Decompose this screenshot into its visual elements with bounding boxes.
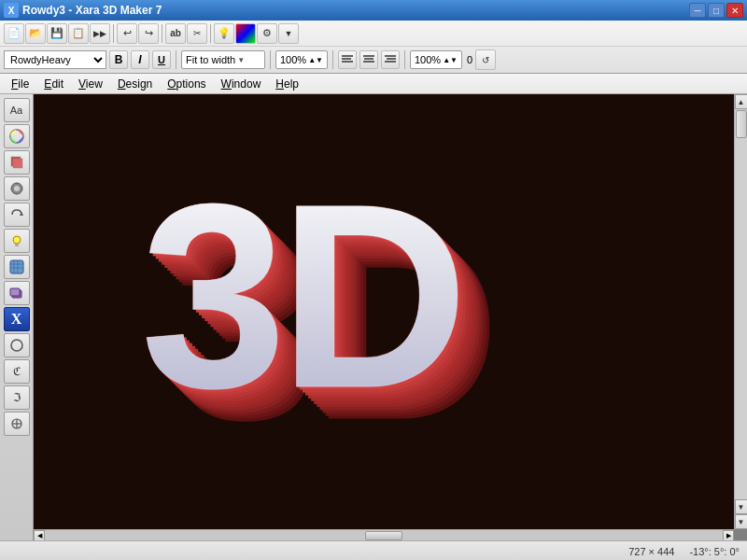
open-button[interactable]: 📂 [25,23,46,44]
minimize-button[interactable]: ─ [689,3,706,18]
save-button[interactable]: 💾 [47,23,67,44]
svg-rect-11 [13,159,22,168]
title-bar: X Rowdy3 - Xara 3D Maker 7 ─ □ ✕ [0,0,747,21]
tool-9[interactable] [4,333,30,357]
svg-point-24 [11,340,22,351]
zoom-box[interactable]: 100% ▲▼ [275,50,328,69]
sep4 [176,50,176,69]
scroll-up-button[interactable]: ▲ [735,94,748,109]
tool-11[interactable]: ℑ [4,385,30,410]
svg-rect-23 [10,288,20,296]
status-bar: 727 × 444 -13°: 5°: 0° [0,540,747,560]
new-button[interactable]: 📄 [4,23,24,44]
underline-button[interactable]: U [152,50,171,69]
svg-rect-16 [15,244,19,246]
tool-10[interactable]: ℭ [4,359,30,384]
toolbar2: RowdyHeavy B I U Fit to width ▼ 100% ▲▼ … [0,47,747,73]
color-tool[interactable] [4,124,30,148]
canvas: 3D 3D 3D 3D 3D 3D 3D 3D 3D 3D 3D 3D 3D [34,94,734,529]
main-content: Aa [0,94,747,540]
fit-label: Fit to width [186,54,235,65]
zoom-value2: 100% [415,54,441,65]
scroll-right-button[interactable]: ▶ [723,530,734,541]
menu-file[interactable]: File [4,76,36,92]
rotate-tool[interactable] [4,203,30,227]
title-controls: ─ □ ✕ [689,3,743,18]
svg-point-15 [13,236,21,244]
svg-marker-14 [20,212,23,216]
title-bar-left: X Rowdy3 - Xara 3D Maker 7 [4,3,162,18]
bevel-tool[interactable] [4,176,30,201]
svg-text:3D: 3D [141,148,461,442]
xara-tool[interactable]: X [4,307,30,331]
menu-window[interactable]: Window [214,76,269,92]
title-text: Rowdy3 - Xara 3D Maker 7 [22,4,162,17]
close-button[interactable]: ✕ [726,3,743,18]
fit-dropdown-arrow: ▼ [237,56,245,64]
sep5 [270,50,271,69]
menu-options[interactable]: Options [160,76,213,92]
dimensions-text: 727 × 444 [628,546,674,557]
h-scroll-track[interactable] [45,530,723,541]
color-button[interactable] [235,23,256,44]
tool-12[interactable] [4,412,30,436]
light-button[interactable]: 💡 [214,23,234,44]
scroll-track[interactable] [735,109,748,499]
scroll-left-button[interactable]: ◀ [34,530,45,541]
menubar: File Edit View Design Options Window Hel… [0,74,747,94]
italic-button[interactable]: I [131,50,149,69]
tool2-button[interactable]: ✂ [187,23,207,44]
sep6 [332,50,333,69]
shadow-tool[interactable] [4,281,30,305]
right-scrollbar: ▲ ▼ ▼ [734,94,747,529]
sep7 [404,50,405,69]
export-button[interactable]: 📋 [68,23,89,44]
scroll-down2-button[interactable]: ▼ [735,514,748,529]
more-button[interactable]: ▼ [278,23,299,44]
zoom-value: 100% [280,54,306,65]
anim-button[interactable]: ▶▶ [90,23,110,44]
svg-rect-17 [10,260,23,273]
scroll-thumb[interactable] [736,110,747,138]
3d-text-canvas: 3D 3D 3D 3D 3D 3D 3D 3D 3D 3D 3D 3D 3D [34,94,734,529]
rotate-reset-button[interactable]: ↺ [475,49,496,70]
menu-help[interactable]: Help [268,76,306,92]
options-button[interactable]: ⚙ [257,23,277,44]
bottom-scrollbar: ◀ ▶ [34,529,734,540]
toolbar-area: 📄 📂 💾 📋 ▶▶ ↩ ↪ ab ✂ 💡 ⚙ ▼ RowdyHeavy B I… [0,21,747,74]
align-center-button[interactable] [359,50,378,69]
sep2 [162,24,162,43]
light-tool[interactable] [4,229,30,253]
toolbar1: 📄 📂 💾 📋 ▶▶ ↩ ↪ ab ✂ 💡 ⚙ ▼ [0,21,747,47]
rotation-value: 0 [467,54,472,65]
h-scroll-thumb[interactable] [365,531,402,540]
zoom-box2[interactable]: 100% ▲▼ [410,50,462,69]
extrude-tool[interactable] [4,150,30,175]
zoom2-arrow: ▲▼ [443,56,458,64]
app-icon: X [4,3,19,18]
align-right-button[interactable] [381,50,400,69]
undo-button[interactable]: ↩ [117,23,137,44]
text-tool[interactable]: Aa [4,98,30,122]
bold-button[interactable]: B [109,50,128,69]
sep1 [113,24,114,43]
zoom-arrow: ▲▼ [308,56,323,64]
scroll-down-button[interactable]: ▼ [735,499,748,514]
redo-button[interactable]: ↪ [138,23,159,44]
svg-point-13 [14,186,20,191]
rotation-text: -13°: 5°: 0° [689,546,740,557]
menu-edit[interactable]: Edit [36,76,71,92]
canvas-area[interactable]: 3D 3D 3D 3D 3D 3D 3D 3D 3D 3D 3D 3D 3D [34,94,747,540]
font-select[interactable]: RowdyHeavy [4,50,106,69]
maximize-button[interactable]: □ [708,3,725,18]
fit-dropdown[interactable]: Fit to width ▼ [181,50,265,69]
align-left-button[interactable] [338,50,357,69]
texture-tool[interactable] [4,255,30,279]
menu-design[interactable]: Design [110,76,160,92]
left-toolbox: Aa [0,94,34,540]
sep3 [210,24,211,43]
menu-view[interactable]: View [71,76,110,92]
spell-button[interactable]: ab [165,23,186,44]
